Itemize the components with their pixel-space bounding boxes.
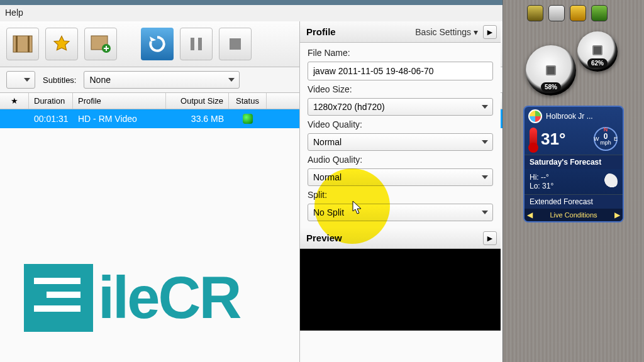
wx-temp: 31° [541, 129, 565, 149]
chevron-right-icon[interactable]: ▶ [614, 211, 620, 219]
ram-icon [592, 45, 602, 55]
chevron-left-icon[interactable]: ◀ [527, 211, 533, 219]
pause-icon[interactable] [180, 28, 213, 60]
moon-icon [601, 173, 618, 190]
film-icon[interactable] [6, 28, 39, 60]
thermometer-icon [530, 128, 537, 150]
split-dropdown[interactable]: No Split [308, 204, 493, 221]
preview-go-button[interactable]: ▸ [483, 231, 497, 245]
settings-panel: Profile Basic Settings ▾ ▸ File Name: Vi… [299, 21, 501, 362]
audio-quality-dropdown[interactable]: Normal [308, 168, 493, 186]
app-window: Help Subtitles: None ★ Duration Pro [0, 0, 503, 362]
wind-unit: mph [600, 140, 611, 146]
tray-icon[interactable] [570, 5, 586, 21]
tray-icon[interactable] [548, 5, 565, 21]
preview-box [300, 249, 501, 331]
cell-output: 33.6 MB [166, 109, 229, 128]
file-name-input[interactable] [308, 62, 493, 80]
basic-settings-link[interactable]: Basic Settings ▾ [415, 27, 478, 37]
title-bar [0, 0, 502, 5]
weather-logo-icon [528, 109, 542, 123]
file-name-label: File Name: [308, 48, 493, 58]
favorite-icon[interactable] [45, 28, 78, 60]
profile-header: Profile Basic Settings ▾ ▸ [300, 21, 501, 43]
split-label: Split: [308, 190, 493, 200]
chevron-right-icon: ▸ [487, 26, 492, 38]
video-size-label: Video Size: [308, 84, 493, 94]
subtitles-label: Subtitles: [43, 75, 76, 85]
subtitles-value: None [89, 75, 110, 85]
chevron-right-icon: ▸ [487, 233, 492, 244]
tray-icon[interactable] [527, 5, 543, 21]
col-status[interactable]: Status [229, 93, 267, 109]
svg-rect-1 [16, 36, 18, 52]
svg-rect-2 [28, 36, 30, 52]
chip-icon [546, 65, 556, 75]
profile-go-button[interactable]: ▸ [483, 25, 497, 39]
wind-compass: NWE 0 mph [594, 127, 618, 151]
weather-gadget[interactable]: Holbrook Jr ... 31° NWE 0 mph Saturday's… [523, 106, 624, 222]
wx-location: Holbrook Jr ... [546, 112, 593, 121]
gadget-tray [527, 5, 639, 21]
forecast-title: Saturday's Forecast [525, 155, 623, 169]
video-quality-dropdown[interactable]: Normal [308, 133, 493, 151]
profile-title: Profile [306, 26, 336, 37]
system-gauges: 58% 62% [508, 28, 639, 103]
wind-speed: 0 [604, 133, 608, 140]
col-output-size[interactable]: Output Size [166, 93, 229, 109]
desktop-sidebar: 58% 62% Holbrook Jr ... 31° NWE 0 mph Sa… [503, 0, 644, 362]
menu-bar: Help [0, 5, 502, 21]
video-quality-label: Video Quality: [308, 119, 493, 129]
live-link[interactable]: Live Conditions [550, 211, 597, 219]
ram-pct: 62% [587, 58, 608, 68]
col-star[interactable]: ★ [0, 93, 29, 109]
subtitles-dropdown[interactable]: None [84, 71, 240, 89]
preview-title: Preview [306, 233, 342, 243]
ram-gauge[interactable]: 62% [577, 31, 618, 72]
svg-rect-5 [191, 38, 194, 50]
hi-val: --° [541, 173, 549, 182]
watermark-logo: ileCR [24, 264, 240, 332]
extended-link[interactable]: Extended Forecast [525, 194, 623, 209]
cell-profile: HD - RM Video [73, 109, 166, 128]
cell-duration: 00:01:31 [29, 109, 73, 128]
format-dropdown[interactable] [6, 71, 35, 89]
col-profile[interactable]: Profile [73, 93, 166, 109]
svg-rect-7 [230, 38, 241, 50]
preview-header: Preview ▸ [300, 228, 501, 249]
add-video-icon[interactable] [84, 28, 117, 60]
chevron-down-icon: ▾ [474, 27, 478, 37]
stop-icon[interactable] [219, 28, 252, 60]
tray-icon[interactable] [591, 5, 608, 21]
status-ok-icon [243, 114, 253, 124]
cpu-gauge[interactable]: 58% [526, 45, 576, 96]
video-size-dropdown[interactable]: 1280x720 (hd720) [308, 98, 493, 116]
cpu-pct: 58% [541, 82, 561, 92]
refresh-icon[interactable] [141, 28, 174, 60]
menu-help[interactable]: Help [5, 8, 23, 18]
svg-rect-6 [198, 38, 202, 50]
audio-quality-label: Audio Quality: [308, 155, 493, 165]
col-duration[interactable]: Duration [29, 93, 73, 109]
lo-val: 31° [542, 182, 553, 190]
